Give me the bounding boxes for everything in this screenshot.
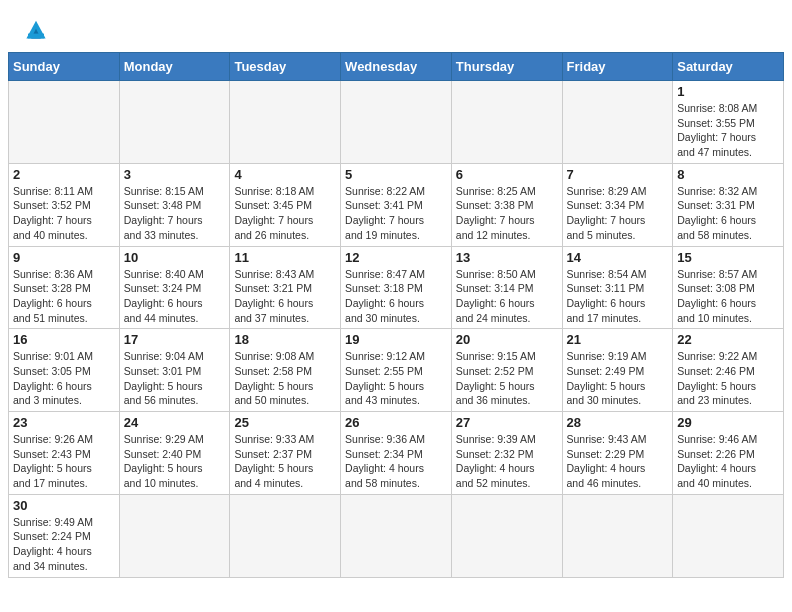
calendar-cell: 15Sunrise: 8:57 AM Sunset: 3:08 PM Dayli… (673, 246, 784, 329)
calendar-cell (119, 494, 230, 577)
day-number: 12 (345, 250, 447, 265)
calendar-cell: 23Sunrise: 9:26 AM Sunset: 2:43 PM Dayli… (9, 412, 120, 495)
day-number: 26 (345, 415, 447, 430)
day-info: Sunrise: 9:12 AM Sunset: 2:55 PM Dayligh… (345, 349, 447, 408)
day-number: 29 (677, 415, 779, 430)
day-number: 21 (567, 332, 669, 347)
calendar-cell (119, 81, 230, 164)
calendar-cell: 25Sunrise: 9:33 AM Sunset: 2:37 PM Dayli… (230, 412, 341, 495)
day-info: Sunrise: 8:50 AM Sunset: 3:14 PM Dayligh… (456, 267, 558, 326)
day-info: Sunrise: 9:26 AM Sunset: 2:43 PM Dayligh… (13, 432, 115, 491)
day-info: Sunrise: 9:01 AM Sunset: 3:05 PM Dayligh… (13, 349, 115, 408)
logo (20, 16, 56, 44)
day-info: Sunrise: 8:22 AM Sunset: 3:41 PM Dayligh… (345, 184, 447, 243)
day-number: 27 (456, 415, 558, 430)
day-info: Sunrise: 9:15 AM Sunset: 2:52 PM Dayligh… (456, 349, 558, 408)
day-info: Sunrise: 9:39 AM Sunset: 2:32 PM Dayligh… (456, 432, 558, 491)
day-number: 18 (234, 332, 336, 347)
day-info: Sunrise: 8:57 AM Sunset: 3:08 PM Dayligh… (677, 267, 779, 326)
day-info: Sunrise: 9:19 AM Sunset: 2:49 PM Dayligh… (567, 349, 669, 408)
day-info: Sunrise: 9:46 AM Sunset: 2:26 PM Dayligh… (677, 432, 779, 491)
logo-icon (20, 16, 52, 44)
day-info: Sunrise: 8:32 AM Sunset: 3:31 PM Dayligh… (677, 184, 779, 243)
page: SundayMondayTuesdayWednesdayThursdayFrid… (0, 0, 792, 612)
day-number: 11 (234, 250, 336, 265)
day-number: 20 (456, 332, 558, 347)
week-row-1: 2Sunrise: 8:11 AM Sunset: 3:52 PM Daylig… (9, 163, 784, 246)
calendar-cell: 8Sunrise: 8:32 AM Sunset: 3:31 PM Daylig… (673, 163, 784, 246)
day-number: 14 (567, 250, 669, 265)
calendar-cell (230, 494, 341, 577)
calendar-cell (451, 81, 562, 164)
calendar-cell (341, 494, 452, 577)
day-info: Sunrise: 8:54 AM Sunset: 3:11 PM Dayligh… (567, 267, 669, 326)
day-info: Sunrise: 9:22 AM Sunset: 2:46 PM Dayligh… (677, 349, 779, 408)
day-info: Sunrise: 9:43 AM Sunset: 2:29 PM Dayligh… (567, 432, 669, 491)
calendar-cell (451, 494, 562, 577)
day-info: Sunrise: 8:15 AM Sunset: 3:48 PM Dayligh… (124, 184, 226, 243)
calendar-cell: 11Sunrise: 8:43 AM Sunset: 3:21 PM Dayli… (230, 246, 341, 329)
day-info: Sunrise: 8:08 AM Sunset: 3:55 PM Dayligh… (677, 101, 779, 160)
svg-rect-2 (28, 34, 44, 39)
week-row-0: 1Sunrise: 8:08 AM Sunset: 3:55 PM Daylig… (9, 81, 784, 164)
calendar-wrapper: SundayMondayTuesdayWednesdayThursdayFrid… (0, 52, 792, 586)
calendar-cell (562, 81, 673, 164)
weekday-header-saturday: Saturday (673, 53, 784, 81)
week-row-5: 30Sunrise: 9:49 AM Sunset: 2:24 PM Dayli… (9, 494, 784, 577)
day-info: Sunrise: 9:04 AM Sunset: 3:01 PM Dayligh… (124, 349, 226, 408)
day-number: 16 (13, 332, 115, 347)
calendar-cell: 12Sunrise: 8:47 AM Sunset: 3:18 PM Dayli… (341, 246, 452, 329)
day-number: 4 (234, 167, 336, 182)
day-number: 24 (124, 415, 226, 430)
calendar-cell: 14Sunrise: 8:54 AM Sunset: 3:11 PM Dayli… (562, 246, 673, 329)
weekday-header-wednesday: Wednesday (341, 53, 452, 81)
day-number: 8 (677, 167, 779, 182)
calendar-cell: 20Sunrise: 9:15 AM Sunset: 2:52 PM Dayli… (451, 329, 562, 412)
day-number: 17 (124, 332, 226, 347)
day-number: 25 (234, 415, 336, 430)
calendar-cell: 10Sunrise: 8:40 AM Sunset: 3:24 PM Dayli… (119, 246, 230, 329)
day-number: 6 (456, 167, 558, 182)
calendar-cell: 19Sunrise: 9:12 AM Sunset: 2:55 PM Dayli… (341, 329, 452, 412)
day-number: 5 (345, 167, 447, 182)
day-info: Sunrise: 9:29 AM Sunset: 2:40 PM Dayligh… (124, 432, 226, 491)
weekday-header-tuesday: Tuesday (230, 53, 341, 81)
calendar-cell (673, 494, 784, 577)
calendar-cell: 21Sunrise: 9:19 AM Sunset: 2:49 PM Dayli… (562, 329, 673, 412)
calendar-cell: 1Sunrise: 8:08 AM Sunset: 3:55 PM Daylig… (673, 81, 784, 164)
day-number: 19 (345, 332, 447, 347)
day-number: 30 (13, 498, 115, 513)
day-info: Sunrise: 9:08 AM Sunset: 2:58 PM Dayligh… (234, 349, 336, 408)
day-number: 13 (456, 250, 558, 265)
calendar-cell: 7Sunrise: 8:29 AM Sunset: 3:34 PM Daylig… (562, 163, 673, 246)
weekday-header-sunday: Sunday (9, 53, 120, 81)
calendar-cell: 16Sunrise: 9:01 AM Sunset: 3:05 PM Dayli… (9, 329, 120, 412)
day-number: 2 (13, 167, 115, 182)
day-info: Sunrise: 8:36 AM Sunset: 3:28 PM Dayligh… (13, 267, 115, 326)
day-number: 1 (677, 84, 779, 99)
day-number: 10 (124, 250, 226, 265)
day-number: 28 (567, 415, 669, 430)
day-number: 15 (677, 250, 779, 265)
day-number: 9 (13, 250, 115, 265)
calendar-cell: 6Sunrise: 8:25 AM Sunset: 3:38 PM Daylig… (451, 163, 562, 246)
day-number: 22 (677, 332, 779, 347)
day-number: 3 (124, 167, 226, 182)
weekday-header-friday: Friday (562, 53, 673, 81)
calendar-cell: 9Sunrise: 8:36 AM Sunset: 3:28 PM Daylig… (9, 246, 120, 329)
week-row-2: 9Sunrise: 8:36 AM Sunset: 3:28 PM Daylig… (9, 246, 784, 329)
calendar-cell: 28Sunrise: 9:43 AM Sunset: 2:29 PM Dayli… (562, 412, 673, 495)
calendar-cell: 30Sunrise: 9:49 AM Sunset: 2:24 PM Dayli… (9, 494, 120, 577)
day-info: Sunrise: 9:36 AM Sunset: 2:34 PM Dayligh… (345, 432, 447, 491)
calendar-cell: 3Sunrise: 8:15 AM Sunset: 3:48 PM Daylig… (119, 163, 230, 246)
calendar-cell (562, 494, 673, 577)
day-info: Sunrise: 8:11 AM Sunset: 3:52 PM Dayligh… (13, 184, 115, 243)
day-info: Sunrise: 8:18 AM Sunset: 3:45 PM Dayligh… (234, 184, 336, 243)
header (0, 0, 792, 52)
day-number: 7 (567, 167, 669, 182)
calendar-cell: 26Sunrise: 9:36 AM Sunset: 2:34 PM Dayli… (341, 412, 452, 495)
calendar-cell: 2Sunrise: 8:11 AM Sunset: 3:52 PM Daylig… (9, 163, 120, 246)
day-info: Sunrise: 8:47 AM Sunset: 3:18 PM Dayligh… (345, 267, 447, 326)
weekday-header-monday: Monday (119, 53, 230, 81)
calendar: SundayMondayTuesdayWednesdayThursdayFrid… (8, 52, 784, 578)
